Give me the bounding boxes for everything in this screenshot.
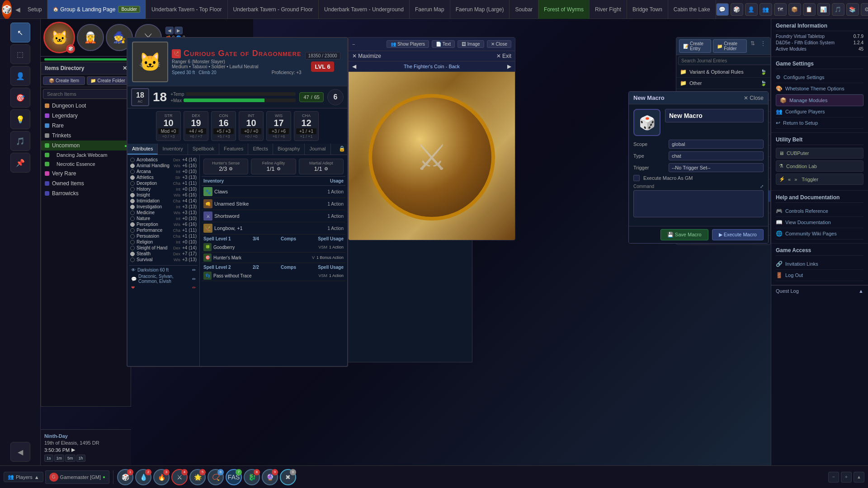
whetstone-link[interactable]: 🎨 Whetstone Theme Options <box>776 83 863 94</box>
sidebar-token-tool[interactable]: 👤 <box>10 66 30 86</box>
items-category-item[interactable]: Dancing Jack Webcam <box>41 150 131 160</box>
viewer-exit-btn[interactable]: ✕ Exit <box>496 53 511 59</box>
nav-tab-river[interactable]: River Fight <box>590 0 627 19</box>
items-category-item[interactable]: Barrowicks <box>41 188 131 198</box>
inventory-item[interactable]: 👊 Unarmed Strike 1 Action <box>202 198 345 210</box>
items-category-item[interactable]: Owned Items <box>41 178 131 188</box>
nav-tab-underbark-ground[interactable]: Underbark Tavern - Ground Floor <box>228 0 319 19</box>
sheet-lock-btn[interactable]: 🔒 <box>337 144 347 155</box>
items-category-item[interactable]: Very Rare <box>41 169 131 178</box>
hunter-sense-config[interactable]: ⚙ <box>229 166 233 171</box>
martial-adept-config[interactable]: ⚙ <box>324 166 328 171</box>
action-token-3[interactable]: 🔥3 <box>153 469 170 485</box>
journal-entry-item[interactable]: 📁 Variant & Optional Rules 🍃 <box>676 66 770 78</box>
view-docs-link[interactable]: 📖 View Documentation <box>776 217 863 228</box>
actors-icon-btn[interactable]: 👤 <box>745 3 758 16</box>
logout-link[interactable]: 🚪 Log Out <box>776 270 863 281</box>
action-token-1[interactable]: 🎲1 <box>117 469 133 485</box>
macro-save-btn[interactable]: 💾 Save Macro <box>660 229 708 240</box>
sidebar-lighting-tool[interactable]: 💡 <box>10 109 30 129</box>
zoom-out-btn[interactable]: − <box>828 472 839 483</box>
macro-scope-select[interactable]: global user <box>669 140 764 149</box>
players-icon-btn[interactable]: 👥 <box>760 3 772 16</box>
tab-features[interactable]: Features <box>219 144 248 155</box>
configure-players-link[interactable]: 👥 Configure Players <box>776 106 863 117</box>
nav-tab-faerun-large[interactable]: Faerun Map (Large) <box>450 0 510 19</box>
playlists-icon-btn[interactable]: 🎵 <box>832 3 844 16</box>
journal-options-btn[interactable]: ⋮ <box>759 39 768 53</box>
zoom-in-btn[interactable]: + <box>841 472 852 483</box>
create-folder-items-btn[interactable]: 📁 Create Folder <box>87 76 129 85</box>
return-setup-link[interactable]: ↩ Return to Setup <box>776 117 863 129</box>
time-1s[interactable]: 1s <box>44 455 53 462</box>
feline-agility-config[interactable]: ⚙ <box>277 166 281 171</box>
controls-ref-link[interactable]: 🎮 Controls Reference <box>776 206 863 217</box>
macro-execute-btn[interactable]: ▶ Execute Macro <box>712 229 764 240</box>
items-icon-btn[interactable]: 📦 <box>788 3 801 16</box>
sidebar-toggle-tool[interactable]: ◀ <box>10 442 30 462</box>
items-category-item[interactable]: Trinkets <box>41 131 131 141</box>
create-folder-btn[interactable]: 📁 Create Folder <box>713 39 747 53</box>
chat-icon-btn[interactable]: 💬 <box>716 3 729 16</box>
darkvision-edit-btn[interactable]: ✏ <box>192 267 196 272</box>
nav-back-arrow[interactable]: ◀ <box>14 6 22 13</box>
viewer-minimize-btn[interactable]: − <box>352 42 355 47</box>
inventory-item[interactable]: 🏹 Longbow, +1 1 Action <box>202 222 345 235</box>
scenes-icon-btn[interactable]: 🗺 <box>774 3 787 16</box>
condition-lab-item[interactable]: ⚗ Condition Lab <box>776 160 863 172</box>
items-category-item[interactable]: Rare <box>41 121 131 131</box>
triggler-item[interactable]: ⚡ « » Triggler <box>776 174 863 185</box>
heart-edit-btn[interactable]: ✏ <box>192 285 196 290</box>
macro-command-textarea[interactable] <box>633 190 764 217</box>
macro-icon-display[interactable]: 🎲 <box>633 109 660 136</box>
macro-name-input[interactable] <box>665 109 764 122</box>
quest-log-bar[interactable]: Quest Log ▲ <box>776 288 863 294</box>
players-menu-btn[interactable]: 👥 Players ▲ <box>4 472 43 482</box>
action-token-5[interactable]: 🌟5 <box>189 469 206 485</box>
command-expand-btn[interactable]: ⤢ <box>760 184 764 189</box>
tab-effects[interactable]: Effects <box>248 144 273 155</box>
inventory-item[interactable]: ⚔ Shortsword 1 Action <box>202 210 345 222</box>
macro-close-btn[interactable]: ✕ Close <box>744 95 764 101</box>
compendium-icon-btn[interactable]: 📚 <box>846 3 859 16</box>
configure-settings-link[interactable]: ⚙ Configure Settings <box>776 72 863 83</box>
show-players-btn[interactable]: 👥 Show Players <box>387 40 429 48</box>
journal-icon-btn[interactable]: 📋 <box>803 3 816 16</box>
community-wiki-link[interactable]: 🌐 Community Wiki Pages <box>776 228 863 239</box>
languages-edit-btn[interactable]: ✏ <box>192 277 196 282</box>
sidebar-measure-tool[interactable]: ⬚ <box>10 44 30 64</box>
scroll-up-btn[interactable]: ▲ <box>854 472 864 483</box>
action-token-2[interactable]: 💧2 <box>135 469 151 485</box>
settings-icon-btn[interactable]: ⚙ <box>861 3 868 16</box>
char-prev-btn[interactable]: ◀ <box>165 27 174 34</box>
tables-icon-btn[interactable]: 📊 <box>817 3 830 16</box>
items-category-item[interactable]: Legendary <box>41 111 131 121</box>
action-token-8[interactable]: 🐉8 <box>244 469 260 485</box>
nav-tab-underbark-underground[interactable]: Underbark Tavern - Underground <box>319 0 410 19</box>
action-token-0[interactable]: ✖0 <box>280 469 296 485</box>
nav-tab-group-landing[interactable]: 🏠 Group & Landing Page Boulder <box>47 0 146 19</box>
action-token-6[interactable]: 📿6 <box>208 469 224 485</box>
action-token-9[interactable]: 🔮9 <box>262 469 278 485</box>
text-view-btn[interactable]: 📄 Text <box>432 40 455 48</box>
sidebar-walls-tool[interactable]: 🎯 <box>10 88 30 108</box>
action-token-4[interactable]: ⚔4 <box>171 469 188 485</box>
time-5m[interactable]: 5m <box>65 455 75 462</box>
items-category-item[interactable]: Dungeon Loot <box>41 101 131 111</box>
time-1h[interactable]: 1h <box>76 455 85 462</box>
macro-gm-checkbox[interactable] <box>633 175 640 181</box>
tab-journal[interactable]: Journal <box>305 144 330 155</box>
journal-entry-item[interactable]: 📁 Other 🍃 <box>676 78 770 89</box>
viewer-close-btn[interactable]: ✕ Close <box>487 40 511 48</box>
items-category-item[interactable]: Necrotic Essence <box>41 160 131 169</box>
journal-sort-btn[interactable]: ⇅ <box>749 39 757 53</box>
dice-icon-btn[interactable]: 🎲 <box>731 3 743 16</box>
spell-item[interactable]: 🍀 Goodberry VSM 1 Action <box>202 242 345 253</box>
items-search-input[interactable] <box>43 89 129 99</box>
nav-tab-underbark-top[interactable]: Underbark Tavern - Top Floor <box>146 0 228 19</box>
tab-attributes[interactable]: Attributes <box>127 144 158 155</box>
viewer-next-btn[interactable]: ▶ <box>507 63 511 70</box>
tab-inventory[interactable]: Inventory <box>158 144 188 155</box>
create-entry-btn[interactable]: 📝 Create Entry <box>679 39 711 53</box>
sidebar-notes-tool[interactable]: 📌 <box>10 153 30 173</box>
